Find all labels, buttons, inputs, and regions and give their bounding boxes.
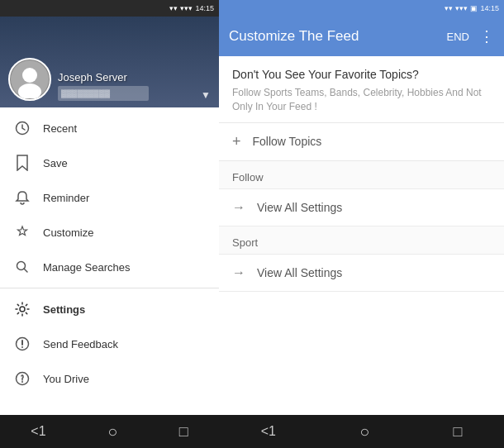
sidebar-label-send-feedback: Send Feedback [43,338,118,350]
promo-description: Follow Sports Teams, Bands, Celebrity, H… [232,86,491,114]
sidebar-item-send-feedback[interactable]: Send Feedback [0,326,219,361]
promo-section: Don't You See Your Favorite Topics? Foll… [219,56,504,123]
divider-1 [0,288,219,288]
right-home-button[interactable]: ○ [351,417,378,446]
status-bar-right: ▾▾ ▾▾▾ ▣ 14:15 [219,0,504,17]
time-right: 14:15 [480,4,499,12]
user-email-bar[interactable]: ▓▓▓▓▓▓▓▓▓ [58,86,149,101]
left-recents-button[interactable]: □ [171,418,197,446]
section-follow: Follow → View All Settings [219,161,504,226]
status-icons-right: ▾▾ ▾▾▾ ▣ 14:15 [445,4,499,12]
avatar[interactable] [8,58,51,101]
sidebar-item-reminder[interactable]: Reminder [0,180,219,215]
promo-title: Don't You See Your Favorite Topics? [232,68,491,81]
customize-icon [13,223,31,241]
sidebar-item-save[interactable]: Save [0,145,219,180]
user-name: Joseph Server [58,71,149,83]
section-header-follow: Follow [219,161,504,189]
signal-icon-left: ▾▾▾ [180,4,193,12]
left-home-button[interactable]: ○ [99,417,126,446]
signal-icon-right: ▾▾▾ [455,4,468,12]
section-header-sport: Sport [219,226,504,255]
sidebar-item-customize[interactable]: Customize [0,215,219,250]
manage-searches-icon [13,258,31,276]
plus-icon: + [232,133,241,150]
left-panel: Joseph Server ▓▓▓▓▓▓▓▓▓ ▼ [0,17,219,415]
user-info: Joseph Server ▓▓▓▓▓▓▓▓▓ [58,71,149,101]
user-email: ▓▓▓▓▓▓▓▓▓ [61,89,110,98]
follow-view-all-settings[interactable]: → View All Settings [219,189,504,226]
left-back-button[interactable]: <1 [22,419,54,444]
follow-topics-button[interactable]: + Follow Topics [219,123,504,161]
sidebar-label-reminder: Reminder [43,192,89,204]
wifi-icon-left: ▾▾ [169,4,178,12]
right-panel: Customize The Feed END ⋮ Don't You See Y… [219,17,504,415]
sidebar-label-settings: Settings [43,303,85,316]
arrow-icon-follow: → [232,200,245,215]
send-feedback-icon [13,335,31,353]
nav-list: Recent Save Reminder Customize [0,107,219,415]
right-header: Customize The Feed END ⋮ [219,17,504,56]
section-sport: Sport → View All Settings [219,226,504,292]
more-menu-icon[interactable]: ⋮ [479,27,494,45]
svg-point-10 [21,346,23,348]
right-nav-bar: <1 ○ □ [219,415,504,448]
right-recents-button[interactable]: □ [445,418,470,446]
sidebar-item-recent[interactable]: Recent [0,111,219,145]
dropdown-icon[interactable]: ▼ [201,89,211,101]
sidebar-item-settings[interactable]: Settings [0,292,219,326]
svg-point-8 [20,307,25,312]
svg-point-1 [22,68,37,83]
you-drive-icon [13,369,31,388]
status-row: ▾▾ ▾▾▾ 14:15 ▾▾ ▾▾▾ ▣ 14:15 [0,0,504,17]
reminder-icon [13,188,31,207]
svg-point-12 [21,381,23,383]
left-header: Joseph Server ▓▓▓▓▓▓▓▓▓ ▼ [0,17,219,107]
sidebar-item-manage-searches[interactable]: Manage Searches [0,250,219,284]
sidebar-label-manage-searches: Manage Searches [43,261,131,274]
bottom-bars: <1 ○ □ <1 ○ □ [0,415,504,448]
save-icon [13,154,31,172]
sidebar-item-you-drive[interactable]: You Drive [0,361,219,396]
recent-icon [13,119,31,137]
sidebar-label-save: Save [43,157,68,169]
status-icons-left: ▾▾ ▾▾▾ 14:15 [169,4,214,12]
status-bar-left: ▾▾ ▾▾▾ 14:15 [0,0,219,17]
right-content: Don't You See Your Favorite Topics? Foll… [219,56,504,415]
sidebar-label-customize: Customize [43,226,93,239]
time-left: 14:15 [195,4,214,12]
arrow-icon-sport: → [232,265,245,280]
left-nav-bar: <1 ○ □ [0,415,219,448]
settings-icon [13,300,31,318]
sport-view-all-settings[interactable]: → View All Settings [219,255,504,292]
end-button[interactable]: END [447,31,469,43]
right-header-actions: END ⋮ [447,27,494,45]
screen-icon: ▣ [470,4,478,12]
sidebar-label-recent: Recent [43,122,77,135]
follow-topics-label: Follow Topics [253,135,322,148]
follow-settings-label: View All Settings [257,201,342,214]
wifi-icon-right: ▾▾ [445,4,453,12]
right-back-button[interactable]: <1 [253,419,284,444]
right-header-title: Customize The Feed [229,28,447,45]
sidebar-label-you-drive: You Drive [43,373,89,385]
sport-settings-label: View All Settings [257,266,342,279]
